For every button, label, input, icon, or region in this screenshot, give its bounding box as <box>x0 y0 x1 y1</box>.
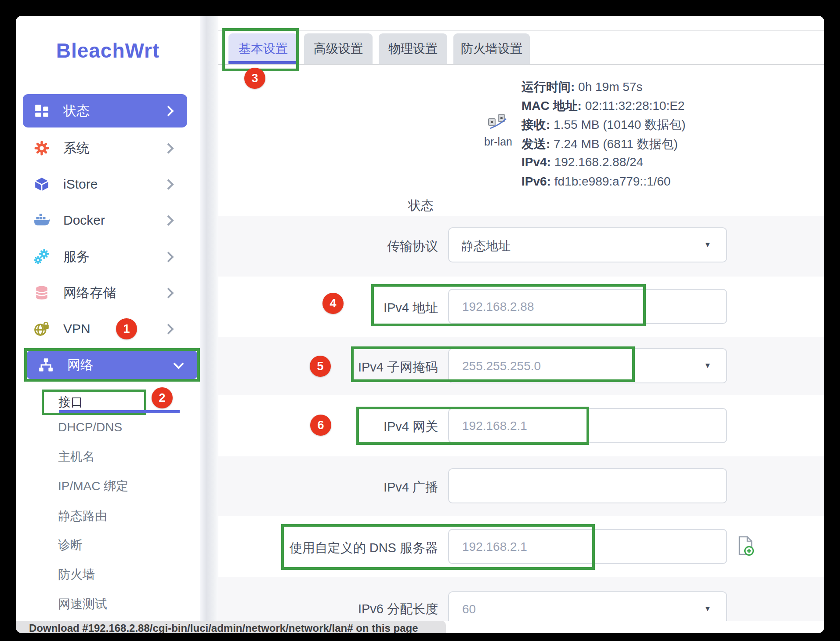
chevron-right-icon <box>163 251 174 262</box>
sidebar-subitem-diagnostics[interactable]: 诊断 <box>58 535 190 556</box>
ipv6-assign-label: IPv6 分配长度 <box>358 601 438 618</box>
sidebar-item-label: 服务 <box>63 248 165 266</box>
sidebar-subitem-hostname[interactable]: 主机名 <box>58 446 190 467</box>
sidebar-item-label: 网络存储 <box>63 284 165 302</box>
ipv6-assign-input[interactable] <box>461 592 700 626</box>
chevron-right-icon <box>163 143 174 153</box>
dashboard-icon <box>33 102 50 119</box>
step-badge-6: 6 <box>310 415 331 436</box>
ipv4-broadcast-input[interactable] <box>461 469 700 503</box>
sidebar-scrollbar[interactable] <box>200 16 218 633</box>
step-badge-3: 3 <box>244 68 265 89</box>
step-badge-1: 1 <box>116 318 137 339</box>
network-icon <box>37 357 54 373</box>
sidebar-item-label: 状态 <box>63 102 165 120</box>
tab-label: 物理设置 <box>388 40 438 57</box>
tab-firewall-settings[interactable]: 防火墙设置 <box>453 33 530 64</box>
step-badge-5: 5 <box>310 356 331 377</box>
status-bar-text: Download #192.168.2.88/cgi-bin/luci/admi… <box>29 622 418 633</box>
annotation-box-ipv4-address <box>371 284 646 326</box>
status-line-ipv6: IPv6: fd1b:e989:a779::1/60 <box>521 175 670 189</box>
chevron-right-icon <box>163 324 174 334</box>
annotation-box-dns <box>281 524 595 570</box>
status-line-uptime: 运行时间: 0h 19m 57s <box>521 79 642 94</box>
annotation-box-basic-tab <box>222 28 299 71</box>
sidebar-item-label: 网络 <box>67 356 175 374</box>
sidebar-subitem-dhcp-dns[interactable]: DHCP/DNS <box>58 417 190 438</box>
sidebar-item-istore[interactable]: iStore <box>23 170 187 198</box>
sidebar-item-system[interactable]: 系统 <box>23 134 187 162</box>
status-row-label: 状态 <box>408 197 434 215</box>
app-logo: BleachWrt <box>16 39 200 62</box>
chevron-down-icon <box>173 358 184 369</box>
sidebar-item-status[interactable]: 状态 <box>23 94 187 127</box>
status-line-mac: MAC 地址: 02:11:32:28:10:E2 <box>521 98 684 113</box>
sidebar-item-network[interactable]: 网络 <box>27 351 197 379</box>
sidebar-item-label: VPN <box>63 321 165 336</box>
tab-label: 防火墙设置 <box>461 40 522 57</box>
sidebar-subitem-interfaces[interactable]: 接口 <box>58 394 83 411</box>
sidebar-item-services[interactable]: 服务 <box>23 243 187 271</box>
step-badge-2: 2 <box>152 387 173 408</box>
sidebar-item-label: 系统 <box>63 139 165 157</box>
database-icon <box>33 284 50 301</box>
dropdown-arrow-icon: ▼ <box>704 240 711 249</box>
gears-icon <box>33 248 50 265</box>
sidebar-subitem-ip-mac-binding[interactable]: IP/MAC 绑定 <box>58 476 190 497</box>
add-dns-button[interactable] <box>736 535 756 559</box>
chevron-right-icon <box>163 288 174 298</box>
tabs-divider <box>218 64 824 65</box>
tab-label: 高级设置 <box>314 40 363 57</box>
sidebar-item-storage[interactable]: 网络存储 <box>23 279 187 307</box>
gear-icon <box>33 140 50 157</box>
status-line-rx: 接收: 1.55 MB (10140 数据包) <box>521 117 685 131</box>
protocol-value: 静态地址 <box>461 238 511 255</box>
dropdown-arrow-icon: ▼ <box>704 605 711 613</box>
chevron-right-icon <box>163 179 174 189</box>
annotation-box-ipv4-gateway <box>356 407 589 445</box>
sidebar-subitem-firewall[interactable]: 防火墙 <box>58 564 190 585</box>
annotation-box-network: 网络 <box>24 348 200 382</box>
ipv4-broadcast-label: IPv4 广播 <box>384 479 438 496</box>
tab-advanced-settings[interactable]: 高级设置 <box>304 33 373 64</box>
cube-icon <box>33 176 50 193</box>
docker-icon <box>33 212 50 229</box>
ipv6-assign-combo[interactable]: ▼ <box>448 591 727 621</box>
protocol-label: 传输协议 <box>387 238 438 255</box>
tab-physical-settings[interactable]: 物理设置 <box>379 33 447 64</box>
protocol-select[interactable]: 静态地址 ▼ <box>448 227 727 262</box>
bridge-interface-icon <box>488 113 508 133</box>
browser-status-bar: Download #192.168.2.88/cgi-bin/luci/admi… <box>16 621 446 633</box>
sidebar-item-label: iStore <box>63 177 165 192</box>
sidebar-item-label: Docker <box>63 213 165 228</box>
globe-lock-icon <box>33 320 50 337</box>
status-line-ipv4: IPv4: 192.168.2.88/24 <box>521 155 643 170</box>
sidebar-item-vpn[interactable]: VPN <box>23 315 187 343</box>
chevron-right-icon <box>163 215 174 226</box>
main-content: 基本设置 高级设置 物理设置 防火墙设置 状态 br-lan <box>218 16 824 633</box>
step-badge-4: 4 <box>322 293 344 314</box>
sidebar-subitem-static-routes[interactable]: 静态路由 <box>58 506 190 527</box>
interface-name: br-lan <box>478 135 518 148</box>
sidebar-subitem-speedtest[interactable]: 网速测试 <box>58 594 190 615</box>
status-line-tx: 发送: 7.24 MB (6811 数据包) <box>521 136 678 151</box>
sidebar-item-docker[interactable]: Docker <box>23 206 187 234</box>
annotation-box-ipv4-netmask <box>351 346 635 382</box>
dropdown-arrow-icon: ▼ <box>704 361 711 370</box>
active-subitem-underline <box>59 410 180 413</box>
sidebar: BleachWrt 状态 系统 <box>16 16 200 633</box>
chevron-right-icon <box>163 106 174 116</box>
app-window: BleachWrt 状态 系统 <box>16 16 824 633</box>
ipv4-broadcast-field-wrap <box>448 468 727 503</box>
header-divider <box>218 30 824 31</box>
